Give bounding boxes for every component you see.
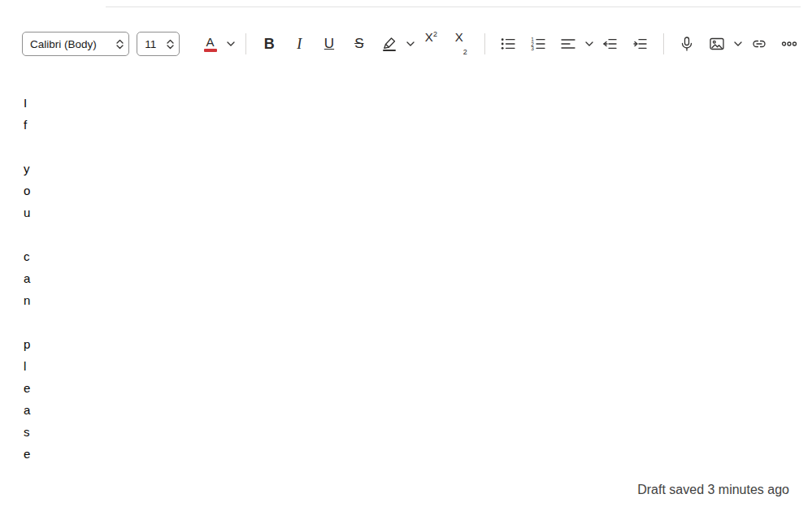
header-divider — [106, 6, 801, 7]
message-body-line: e — [24, 443, 37, 465]
message-body-line: u — [24, 202, 37, 223]
message-body-line: s — [24, 421, 37, 443]
image-chevron-down-icon[interactable] — [732, 30, 743, 58]
subscript-index: 2 — [463, 49, 467, 56]
font-size-value: 11 — [145, 38, 156, 50]
font-color-button[interactable]: A — [198, 30, 223, 58]
mic-icon[interactable] — [675, 30, 699, 58]
message-body-line: o — [24, 180, 37, 202]
italic-button[interactable]: I — [287, 30, 311, 58]
message-body-line: y — [24, 158, 37, 180]
font-color-swatch — [204, 49, 217, 52]
message-body-line: a — [24, 267, 37, 289]
draft-saved-status: Draft saved 3 minutes ago — [637, 483, 789, 497]
numbered-list-icon[interactable]: 1 2 3 — [526, 30, 550, 58]
font-family-select[interactable]: Calibri (Body) — [22, 32, 129, 56]
toolbar-divider — [245, 33, 246, 54]
font-size-select[interactable]: 11 — [137, 32, 180, 56]
message-body-line: a — [24, 399, 37, 421]
svg-text:3: 3 — [531, 46, 534, 51]
underline-button[interactable]: U — [317, 30, 341, 58]
font-color-chevron-down-icon[interactable] — [226, 30, 237, 58]
message-body-line — [24, 136, 37, 158]
align-chevron-down-icon[interactable] — [584, 30, 594, 58]
message-body-line: p — [24, 333, 37, 355]
message-body-line: c — [24, 245, 37, 267]
formatting-toolbar: Calibri (Body) 11 A B I U S X2 X2 — [22, 28, 804, 60]
subscript-button[interactable]: X2 — [449, 30, 473, 58]
message-body-line: l — [24, 355, 37, 377]
message-body-line: e — [24, 377, 37, 399]
font-color-letter: A — [206, 36, 215, 48]
align-left-icon[interactable] — [556, 30, 580, 58]
superscript-base: X — [425, 30, 433, 44]
toolbar-divider — [663, 33, 664, 54]
indent-icon[interactable] — [627, 30, 652, 58]
message-body-line — [24, 311, 37, 333]
highlighter-icon[interactable] — [377, 30, 402, 58]
link-icon[interactable] — [747, 30, 771, 58]
image-icon[interactable] — [705, 30, 729, 58]
subscript-base: X — [455, 30, 463, 44]
more-options-icon[interactable] — [777, 30, 801, 58]
toolbar-divider — [484, 33, 485, 54]
message-body-line — [24, 223, 37, 245]
font-family-value: Calibri (Body) — [30, 38, 97, 50]
message-body-line: f — [24, 114, 37, 136]
superscript-exponent: 2 — [433, 31, 437, 38]
strikethrough-button[interactable]: S — [347, 30, 371, 58]
superscript-button[interactable]: X2 — [419, 30, 443, 58]
message-body[interactable]: If you can please — [24, 92, 37, 465]
highlighter-chevron-down-icon[interactable] — [405, 30, 415, 58]
stepper-icon — [167, 39, 174, 50]
outdent-icon[interactable] — [598, 30, 623, 58]
message-body-line: n — [24, 289, 37, 311]
bullet-list-icon[interactable] — [496, 30, 520, 58]
message-body-line: I — [24, 92, 37, 114]
bold-button[interactable]: B — [257, 30, 281, 58]
stepper-icon — [116, 39, 124, 50]
